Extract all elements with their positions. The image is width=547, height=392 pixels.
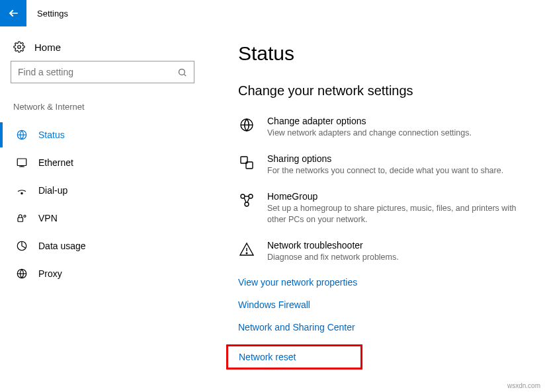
proxy-icon: [16, 268, 28, 280]
search-input[interactable]: [18, 67, 177, 77]
sidebar-item-dialup[interactable]: Dial-up: [11, 176, 194, 204]
option-sharing[interactable]: Sharing options For the networks you con…: [238, 153, 534, 176]
link-windows-firewall[interactable]: Windows Firewall: [238, 299, 534, 310]
sidebar-section-label: Network & Internet: [11, 102, 194, 112]
sidebar-item-label: Proxy: [38, 268, 62, 279]
sidebar-item-vpn[interactable]: VPN: [11, 204, 194, 232]
data-usage-icon: [16, 240, 28, 252]
sidebar-item-ethernet[interactable]: Ethernet: [11, 149, 194, 176]
sidebar-item-datausage[interactable]: Data usage: [11, 232, 194, 260]
highlight-box: Network reset: [226, 344, 362, 370]
svg-line-3: [184, 74, 186, 76]
sidebar-item-label: Dial-up: [38, 185, 67, 196]
svg-point-11: [24, 216, 26, 217]
option-title: Network troubleshooter: [267, 240, 534, 251]
warning-icon: [238, 241, 255, 258]
vpn-icon: [16, 212, 28, 224]
option-adapter[interactable]: Change adapter options View network adap…: [238, 116, 534, 139]
option-title: Sharing options: [267, 153, 534, 164]
link-network-reset[interactable]: Network reset: [239, 352, 296, 362]
globe-icon: [238, 116, 255, 134]
gear-icon: [13, 41, 25, 53]
main-content: Status Change your network settings Chan…: [205, 26, 547, 392]
svg-rect-10: [18, 217, 23, 221]
svg-rect-6: [17, 159, 26, 166]
sidebar-item-label: VPN: [38, 213, 58, 223]
attribution: wsxdn.com: [507, 382, 540, 389]
back-button[interactable]: [0, 0, 26, 26]
link-sharing-center[interactable]: Network and Sharing Center: [238, 322, 534, 333]
search-icon: [177, 67, 187, 77]
search-box[interactable]: [11, 61, 194, 83]
sidebar-item-label: Ethernet: [38, 157, 73, 168]
status-icon: [16, 129, 28, 141]
sidebar-item-proxy[interactable]: Proxy: [11, 260, 194, 288]
ethernet-icon: [16, 157, 28, 169]
svg-point-2: [179, 69, 185, 75]
sidebar-item-label: Home: [34, 42, 61, 53]
svg-line-23: [247, 198, 249, 202]
option-desc: For the networks you connect to, decide …: [267, 165, 534, 176]
svg-point-1: [18, 46, 21, 49]
option-desc: Set up a homegroup to share pictures, mu…: [267, 203, 534, 225]
option-homegroup[interactable]: HomeGroup Set up a homegroup to share pi…: [238, 191, 534, 225]
svg-line-22: [244, 198, 246, 202]
sidebar-item-label: Status: [38, 130, 65, 140]
option-title: Change adapter options: [267, 116, 534, 126]
section-title: Change your network settings: [238, 83, 534, 98]
arrow-left-icon: [7, 7, 19, 19]
option-desc: View network adapters and change connect…: [267, 128, 534, 139]
sidebar-item-home[interactable]: Home: [11, 38, 194, 61]
option-title: HomeGroup: [267, 191, 534, 202]
window-title: Settings: [37, 9, 68, 19]
svg-point-9: [21, 192, 22, 194]
sidebar: Home Network & Internet Status: [0, 26, 205, 392]
window-header: Settings: [0, 0, 547, 26]
sharing-icon: [238, 154, 255, 171]
link-network-properties[interactable]: View your network properties: [238, 277, 534, 288]
sidebar-item-label: Data usage: [38, 241, 86, 251]
svg-point-21: [245, 202, 249, 206]
dialup-icon: [16, 184, 28, 196]
option-desc: Diagnose and fix network problems.: [267, 252, 534, 263]
homegroup-icon: [238, 192, 255, 209]
svg-point-26: [246, 253, 247, 254]
option-troubleshooter[interactable]: Network troubleshooter Diagnose and fix …: [238, 240, 534, 263]
page-title: Status: [238, 42, 534, 65]
sidebar-item-status[interactable]: Status: [11, 121, 194, 149]
